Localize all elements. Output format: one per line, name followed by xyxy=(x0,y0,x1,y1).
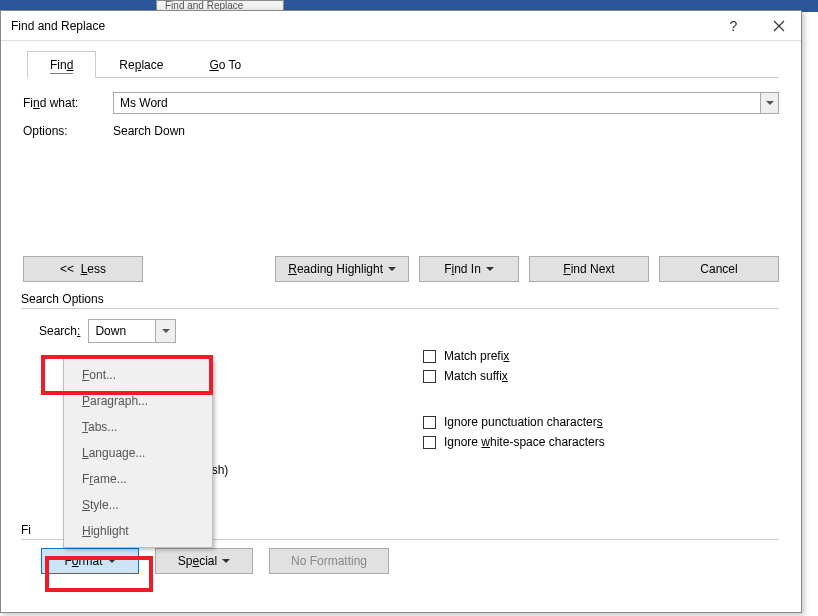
chevron-down-icon xyxy=(766,101,774,105)
checkbox-icon xyxy=(423,370,436,383)
find-what-combo[interactable] xyxy=(113,92,779,114)
checkbox-icon xyxy=(423,436,436,449)
chevron-down-icon xyxy=(388,267,396,271)
search-direction-value: Down xyxy=(89,324,155,338)
match-prefix-check[interactable]: Match prefix xyxy=(423,349,779,363)
options-value: Search Down xyxy=(113,124,185,138)
dialog-title: Find and Replace xyxy=(11,19,711,33)
checkbox-icon xyxy=(423,350,436,363)
format-menu: Font... Paragraph... Tabs... Language...… xyxy=(63,358,213,548)
special-button[interactable]: Special xyxy=(155,548,253,574)
truncated-option-text: ish) xyxy=(209,463,423,477)
cancel-button[interactable]: Cancel xyxy=(659,256,779,282)
titlebar: Find and Replace ? xyxy=(1,11,801,41)
find-in-button[interactable]: Find In xyxy=(419,256,519,282)
find-what-input[interactable] xyxy=(114,93,760,113)
menu-item-tabs[interactable]: Tabs... xyxy=(64,414,212,440)
menu-item-language[interactable]: Language... xyxy=(64,440,212,466)
search-direction-label: Search: xyxy=(39,324,80,338)
match-suffix-check[interactable]: Match suffix xyxy=(423,369,779,383)
ignore-punct-check[interactable]: Ignore punctuation characters xyxy=(423,415,779,429)
menu-item-frame[interactable]: Frame... xyxy=(64,466,212,492)
find-what-label: Find what: xyxy=(23,96,113,110)
find-replace-dialog: Find and Replace ? Find Replace Go To Fi… xyxy=(0,10,802,613)
menu-item-highlight[interactable]: Highlight xyxy=(64,518,212,544)
help-button[interactable]: ? xyxy=(711,11,756,41)
chevron-down-icon xyxy=(222,559,230,563)
menu-item-style[interactable]: Style... xyxy=(64,492,212,518)
checkbox-icon xyxy=(423,416,436,429)
tab-find[interactable]: Find xyxy=(27,51,96,78)
reading-highlight-button[interactable]: Reading Highlight xyxy=(275,256,409,282)
format-button[interactable]: Format xyxy=(41,548,139,574)
tab-replace[interactable]: Replace xyxy=(96,51,186,78)
close-button[interactable] xyxy=(756,11,801,41)
search-options-title: Search Options xyxy=(21,292,779,309)
tab-strip: Find Replace Go To xyxy=(27,51,779,78)
background-dialog-tab: Find and Replace xyxy=(156,0,284,10)
chevron-down-icon xyxy=(162,329,170,333)
find-what-dropdown[interactable] xyxy=(760,93,778,113)
menu-item-font[interactable]: Font... xyxy=(64,362,212,388)
search-direction-dropdown[interactable] xyxy=(155,320,175,342)
search-direction-combo[interactable]: Down xyxy=(88,319,176,343)
find-next-button[interactable]: Find Next xyxy=(529,256,649,282)
ignore-whitespace-check[interactable]: Ignore white-space characters xyxy=(423,435,779,449)
no-formatting-button[interactable]: No Formatting xyxy=(269,548,389,574)
chevron-down-icon xyxy=(108,559,116,563)
menu-item-paragraph[interactable]: Paragraph... xyxy=(64,388,212,414)
chevron-down-icon xyxy=(486,267,494,271)
options-label: Options: xyxy=(23,124,113,138)
less-button[interactable]: << Less xyxy=(23,256,143,282)
tab-goto[interactable]: Go To xyxy=(186,51,264,78)
